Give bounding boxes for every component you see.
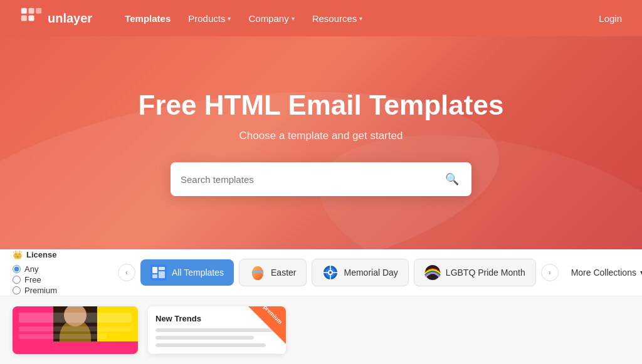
- collection-next[interactable]: ›: [541, 264, 559, 281]
- license-any[interactable]: Any: [13, 264, 100, 274]
- tab-all-templates[interactable]: All Templates: [140, 259, 234, 286]
- logo[interactable]: unlayer: [20, 7, 92, 29]
- license-free[interactable]: Free: [13, 275, 100, 284]
- content-area: premium New Trends: [0, 296, 642, 364]
- collection-nav: ‹ All Templates: [113, 259, 642, 286]
- svg-rect-7: [152, 274, 157, 278]
- svg-rect-3: [21, 16, 27, 21]
- search-icon: 🔍: [445, 173, 459, 185]
- card-preview-1: [13, 306, 138, 354]
- crown-icon: 👑: [13, 250, 23, 259]
- nav-products[interactable]: Products ▾: [181, 8, 238, 29]
- collection-tabs: All Templates: [140, 259, 536, 286]
- nav-company[interactable]: Company ▾: [241, 8, 302, 29]
- license-options: Any Free Premium: [13, 264, 100, 295]
- license-filter: 👑 License Any Free Premium: [13, 250, 113, 295]
- all-templates-icon: [150, 264, 167, 281]
- svg-rect-9: [159, 271, 165, 278]
- hero-section: Free HTML Email Templates Choose a templ…: [0, 36, 642, 249]
- nav-links: Templates Products ▾ Company ▾ Resources…: [117, 8, 599, 29]
- license-premium[interactable]: Premium: [13, 286, 100, 295]
- svg-rect-6: [152, 267, 157, 273]
- svg-rect-2: [36, 8, 41, 14]
- filter-section: 👑 License Any Free Premium ‹: [0, 249, 642, 296]
- svg-rect-8: [159, 267, 165, 270]
- svg-rect-4: [29, 16, 34, 21]
- svg-rect-0: [21, 8, 27, 14]
- tab-memorial-day[interactable]: Memorial Day: [312, 259, 408, 286]
- hero-title: Free HTML Email Templates: [139, 90, 504, 121]
- products-caret: ▾: [228, 15, 231, 22]
- company-caret: ▾: [292, 15, 295, 22]
- collection-prev[interactable]: ‹: [118, 264, 135, 281]
- tab-easter[interactable]: Easter: [239, 259, 307, 286]
- template-card-2[interactable]: premium New Trends: [148, 306, 286, 354]
- tab-lgbtq[interactable]: LGBTQ Pride Month: [414, 259, 536, 286]
- easter-icon: [250, 264, 266, 281]
- license-title: 👑 License: [13, 250, 100, 259]
- svg-rect-1: [29, 8, 34, 14]
- more-collections-button[interactable]: More Collections ▾: [564, 263, 642, 283]
- resources-caret: ▾: [359, 15, 362, 22]
- search-input[interactable]: [181, 174, 443, 185]
- hero-subtitle: Choose a template and get started: [239, 130, 403, 142]
- memorial-day-icon: [322, 264, 339, 281]
- nav-templates[interactable]: Templates: [117, 8, 178, 29]
- login-button[interactable]: Login: [599, 13, 622, 24]
- search-bar: 🔍: [171, 162, 471, 196]
- search-button[interactable]: 🔍: [443, 170, 461, 189]
- lgbtq-icon: [424, 264, 441, 281]
- svg-point-17: [329, 271, 332, 274]
- template-card-1[interactable]: [13, 306, 138, 354]
- nav-resources[interactable]: Resources ▾: [305, 8, 371, 29]
- logo-icon: [20, 7, 43, 29]
- navbar: unlayer Templates Products ▾ Company ▾ R…: [0, 0, 642, 36]
- brand-name: unlayer: [48, 11, 92, 26]
